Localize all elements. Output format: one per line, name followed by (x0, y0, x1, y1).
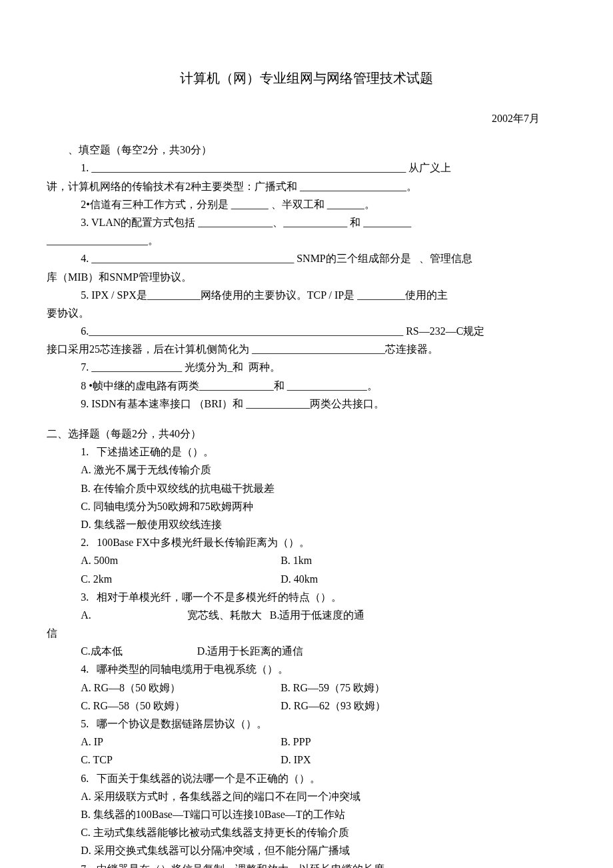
s2-q4-a: A. RG—8（50 欧姆） (81, 679, 281, 697)
s2-q2-row1: A. 500m B. 1km (47, 551, 566, 569)
s2-q6-d: D. 采用交换式集线器可以分隔冲突域，但不能分隔广播域 (47, 841, 566, 859)
s2-q4-c: C. RG—58（50 欧姆） (81, 697, 281, 715)
s2-q5-stem: 5. 哪一个协议是数据链路层协议（）。 (47, 715, 566, 733)
s2-q4-row2: C. RG—58（50 欧姆） D. RG—62（93 欧姆） (47, 697, 566, 715)
s2-q2-c: C. 2km (81, 570, 281, 588)
s1-q4b: 库（MIB）和SNMP管理协议。 (47, 268, 566, 286)
s1-q4: 4. _____________________________________… (47, 249, 566, 267)
s2-q3-c: C.成本低 D.适用于长距离的通信 (47, 642, 566, 660)
s2-q6-stem: 6. 下面关于集线器的说法哪一个是不正确的（）。 (47, 769, 566, 787)
s1-q8: 8 •帧中继的虚电路有两类______________和 ___________… (47, 377, 566, 395)
s2-q1-d: D. 集线器一般使用双绞线连接 (47, 515, 566, 533)
s1-q5: 5. IPX / SPX是__________网络使用的主要协议。TCP / I… (47, 286, 566, 304)
s1-q1: 1. _____________________________________… (47, 159, 566, 177)
s2-q4-b: B. RG—59（75 欧姆） (281, 679, 385, 697)
s2-q6-b: B. 集线器的100Base—T端口可以连接10Base—T的工作站 (47, 805, 566, 823)
s2-q1-c: C. 同轴电缆分为50欧姆和75欧姆两种 (47, 497, 566, 515)
s2-q3-a2: 信 (47, 624, 566, 642)
exam-page: 计算机（网）专业组网与网络管理技术试题 2002年7月 、填空题（每空2分，共3… (0, 0, 613, 868)
s2-q5-a: A. IP (81, 733, 281, 751)
s1-q6: 6.______________________________________… (47, 322, 566, 340)
s2-q2-d: D. 40km (281, 570, 318, 588)
s2-q5-c: C. TCP (81, 751, 281, 769)
s2-q2-a: A. 500m (81, 551, 281, 569)
s2-q6-c: C. 主动式集线器能够比被动式集线器支持更长的传输介质 (47, 823, 566, 841)
exam-date: 2002年7月 (47, 109, 566, 127)
s1-q2: 2•信道有三种工作方式，分别是 _______ 、半双工和 _______。 (47, 195, 566, 213)
s2-q5-row2: C. TCP D. IPX (47, 751, 566, 769)
s2-q5-d: D. IPX (281, 751, 310, 769)
s2-q4-row1: A. RG—8（50 欧姆） B. RG—59（75 欧姆） (47, 679, 566, 697)
s2-q1-a: A. 激光不属于无线传输介质 (47, 461, 566, 479)
s2-q1-b: B. 在传输介质中双绞线的抗电磁干扰最差 (47, 479, 566, 497)
s1-q3b: ___________________。 (47, 231, 566, 249)
s2-q2-stem: 2. 100Base FX中多模光纤最长传输距离为（）。 (47, 533, 566, 551)
s2-q7-stem: 7. 中继器是在（）将信号复制、调整和放大，以延长电缆的长度。 (47, 860, 566, 869)
page-title: 计算机（网）专业组网与网络管理技术试题 (47, 67, 566, 89)
s2-q5-b: B. PPP (281, 733, 310, 751)
s1-q3: 3. VLAN的配置方式包括 ______________、__________… (47, 213, 566, 231)
s1-q1b: 讲，计算机网络的传输技术有2种主要类型：广播式和 _______________… (47, 177, 566, 195)
s1-q6b: 接口采用25芯连接器，后在计算机侧简化为 ___________________… (47, 340, 566, 358)
s2-q2-b: B. 1km (281, 551, 312, 569)
s2-q4-d: D. RG—62（93 欧姆） (281, 697, 386, 715)
s2-q3-a: A. 宽芯线、耗散大 B.适用于低速度的通 (47, 606, 566, 624)
section2-head: 二、选择题（每题2分，共40分） (47, 425, 566, 443)
section1-head: 、填空题（每空2分，共30分） (47, 141, 566, 159)
s1-q7: 7. _________________ 光缆分为_和 两种。 (47, 358, 566, 376)
s2-q3-stem: 3. 相对于单模光纤，哪一个不是多模光纤的特点（）。 (47, 588, 566, 606)
s1-q5b: 要协议。 (47, 304, 566, 322)
s2-q4-stem: 4. 哪种类型的同轴电缆用于电视系统（）。 (47, 660, 566, 678)
s1-q9: 9. ISDN有基本速率接口 （BRI）和 ____________两类公共接口… (47, 395, 566, 413)
s2-q1-stem: 1. 下述描述正确的是（）。 (47, 443, 566, 461)
s2-q5-row1: A. IP B. PPP (47, 733, 566, 751)
s2-q2-row2: C. 2km D. 40km (47, 570, 566, 588)
s2-q6-a: A. 采用级联方式时，各集线器之间的端口不在同一个冲突域 (47, 787, 566, 805)
